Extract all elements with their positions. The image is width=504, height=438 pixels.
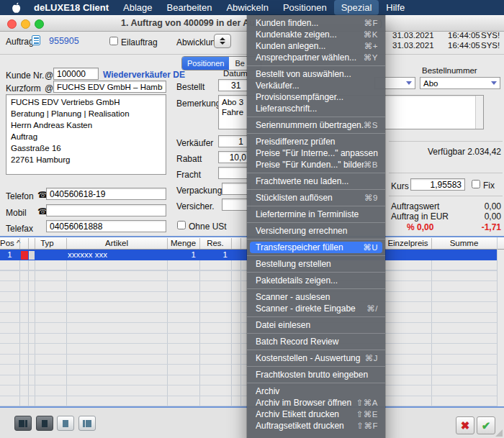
abwicklung-stepper[interactable]	[214, 34, 231, 48]
telefax-input[interactable]	[46, 220, 166, 232]
menubar-app-name[interactable]: deLUXE18 Client	[27, 0, 116, 15]
first-record-button[interactable]	[14, 416, 32, 431]
menu-item-preisdifferenz[interactable]: Preisdifferenz prüfen	[250, 136, 382, 147]
created-date: 31.03.2021	[392, 31, 434, 40]
stepper-down-icon	[220, 42, 225, 45]
fix-checkbox[interactable]	[472, 180, 480, 188]
menu-separator	[247, 350, 385, 350]
kurzform-input[interactable]	[53, 81, 166, 93]
kurs-input[interactable]	[410, 178, 465, 191]
verkaeufer-input[interactable]	[218, 135, 250, 147]
menu-item-archiv[interactable]: Archiv	[250, 385, 382, 397]
ohne-ust-checkbox[interactable]	[177, 221, 186, 229]
check-icon: ✔	[482, 419, 491, 432]
resize-grip[interactable]	[495, 429, 503, 437]
menubar-item-positionen[interactable]: Positionen	[276, 0, 334, 15]
ohne-ust-label: Ohne USt	[189, 222, 227, 232]
col-header-artikel[interactable]: Artikel	[66, 239, 167, 247]
menu-item-bestellt-von[interactable]: Bestellt von auswählen...	[250, 68, 382, 80]
menu-item-kunden-anlegen[interactable]: Kunden anlegen...⌘+	[250, 40, 382, 52]
menu-item-seriennummern[interactable]: Seriennummern übertragen...⌘S	[250, 119, 382, 131]
tab-positionen[interactable]: Positionen	[182, 57, 229, 70]
menu-item-stuecklisten[interactable]: Stücklisten auflösen⌘9	[250, 192, 382, 204]
menu-separator	[247, 173, 385, 173]
bestellnummer-dropdown[interactable]: Abo	[420, 77, 500, 89]
menu-item-lieferanschrift[interactable]: Lieferanschrift...	[250, 103, 382, 114]
right-divider	[389, 141, 503, 142]
bemerkung-label: Bemerkung	[176, 99, 220, 109]
menubar-item-abwickeln[interactable]: Abwickeln	[219, 0, 276, 15]
col-header-res[interactable]: Res.	[199, 239, 231, 247]
menubar-item-ablage[interactable]: Ablage	[116, 0, 159, 15]
auftragswert-label: Auftragswert	[391, 201, 439, 211]
confirm-button[interactable]: ✔	[477, 416, 495, 434]
menu-item-transferspeicher[interactable]: Transferspeicher füllen⌘U	[250, 242, 382, 253]
menu-item-batch-record[interactable]: Batch Record Review	[250, 336, 382, 347]
arrow-right-icon	[86, 420, 91, 427]
col-header-einzelpreis[interactable]: Einzelpreis	[384, 239, 431, 247]
auftrag-number-link[interactable]: 955905	[49, 36, 79, 46]
menu-item-paketdetails[interactable]: Paketdetails zeigen...	[250, 275, 382, 286]
menu-separator	[247, 133, 385, 134]
menu-item-datei-einlesen[interactable]: Datei einlesen	[250, 319, 382, 331]
menu-item-kostenstellen[interactable]: Kostenstellen - Auswertung⌘J	[250, 352, 382, 364]
menu-item-archiv-etikett[interactable]: Archiv Etikett drucken⇧⌘E	[250, 409, 382, 420]
auftrag-eur-value: 0,00	[446, 211, 501, 222]
kunde-nr-input[interactable]	[53, 68, 99, 80]
menubar-item-spezial[interactable]: Spezial	[334, 0, 379, 15]
document-icon[interactable]	[32, 35, 40, 45]
eilauftrag-checkbox[interactable]	[109, 37, 118, 45]
menu-item-liefertermine[interactable]: Liefertermine in Terminliste	[250, 209, 382, 220]
next-record-button[interactable]	[57, 416, 74, 431]
menu-item-preise-kunden[interactable]: Preise "Für Kunden..." bilden⌘B	[250, 159, 382, 170]
rabatt-input[interactable]	[218, 151, 250, 163]
mobil-input[interactable]	[46, 204, 166, 216]
close-window-button[interactable]	[7, 19, 17, 29]
menu-item-auftragsetikett[interactable]: Auftragsetikett drucken⇧⌘F	[250, 420, 382, 432]
verpackung-input[interactable]	[222, 183, 251, 195]
menu-item-scanner-direkte[interactable]: Scanner - direkte Eingabe⌘/	[250, 303, 382, 314]
menu-item-frachtkosten[interactable]: Frachtkosten brutto eingeben	[250, 369, 382, 380]
row-pos: 1	[0, 250, 19, 259]
stepper-up-icon	[220, 37, 225, 40]
col-header-pos[interactable]: Pos ^	[0, 239, 19, 247]
menu-item-provisionsempfaenger[interactable]: Provisionsempfänger...	[250, 91, 382, 103]
menu-separator	[247, 206, 385, 206]
prozent-label: % 0,00	[407, 222, 433, 232]
apple-icon[interactable]	[6, 0, 27, 15]
bemerkung-scrollbar[interactable]	[475, 96, 483, 129]
menu-item-ansprechpartner[interactable]: Ansprechpartner wählen...⌘Y	[250, 52, 382, 63]
changed-time: 16:44:05	[448, 41, 480, 50]
right-divider	[389, 173, 503, 173]
menu-item-archiv-browser[interactable]: Archiv im Browser öffnen⇧⌘A	[250, 397, 382, 409]
kunde-nr-label: Kunde Nr.	[6, 70, 44, 81]
menu-item-verkaeufer[interactable]: Verkäufer...	[250, 80, 382, 91]
kunde-typ-link[interactable]: Wiederverkäufer DE	[103, 70, 185, 80]
last-record-button[interactable]	[78, 416, 96, 431]
zoom-window-button[interactable]	[35, 19, 44, 29]
cancel-button[interactable]: ✖	[456, 416, 474, 434]
menu-item-scanner-auslesen[interactable]: Scanner - auslesen	[250, 291, 382, 303]
row-menge: 1	[167, 250, 196, 259]
menu-item-preise-interne[interactable]: Preise "Für Interne..." anpassen	[250, 147, 382, 159]
row-res: 1	[199, 250, 228, 259]
col-header-menge[interactable]: Menge	[167, 239, 199, 247]
menu-item-bestellung-erstellen[interactable]: Bestellung erstellen	[250, 258, 382, 270]
menu-item-versicherung[interactable]: Versicherung errechnen	[250, 225, 382, 237]
versicher-input[interactable]	[222, 199, 251, 211]
fix-label: Fix	[483, 181, 495, 191]
minimize-window-button[interactable]	[21, 19, 30, 29]
menu-item-kundenakte-zeigen[interactable]: Kundenakte zeigen...⌘K	[250, 29, 382, 40]
col-header-summe[interactable]: Summe	[431, 239, 497, 247]
menubar-item-hilfe[interactable]: Hilfe	[379, 0, 412, 15]
col-header-typ[interactable]: Typ	[28, 239, 66, 247]
menu-separator	[247, 366, 385, 367]
fracht-input[interactable]	[218, 167, 250, 179]
previous-record-button[interactable]	[36, 416, 53, 431]
menu-item-frachtwerte[interactable]: Frachtwerte neu laden...	[250, 175, 382, 187]
menu-item-kunden-finden[interactable]: Kunden finden...⌘F	[250, 17, 382, 29]
verfuegbar-value: 2.034,42	[467, 147, 501, 157]
address-textarea[interactable]: FUCHS EDV Vertriebs GmbH Beratung | Plan…	[6, 94, 166, 175]
menubar-item-bearbeiten[interactable]: Bearbeiten	[160, 0, 220, 15]
telefon-input[interactable]	[46, 188, 166, 200]
